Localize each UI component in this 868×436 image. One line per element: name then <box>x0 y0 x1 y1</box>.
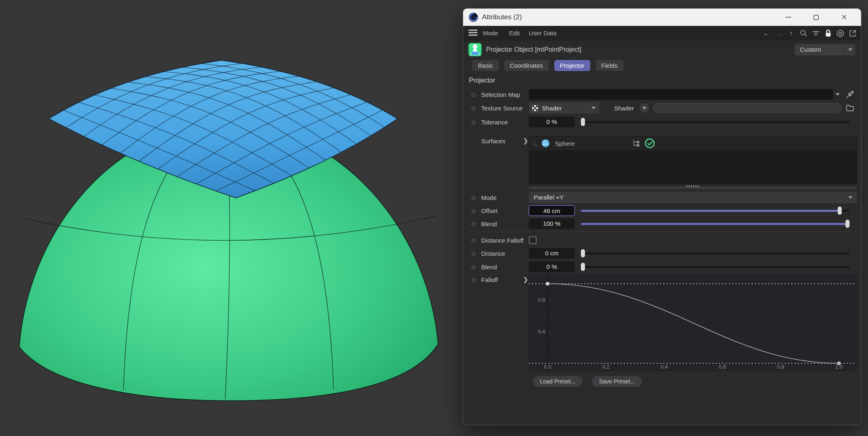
menu-edit[interactable]: Edit <box>509 26 520 41</box>
blend-label: Blend <box>481 220 497 227</box>
menubar: Mode Edit User Data ← → ↑ <box>463 26 861 41</box>
tree-branch-icon <box>534 141 538 146</box>
attributes-window: Attributes (2) ✕ Mode Edit User Data ← →… <box>463 8 861 425</box>
surface-item-name: Sphere <box>555 140 575 147</box>
mode-dropdown[interactable]: Parallel +Y <box>529 192 857 203</box>
object-header: Projector Object [mtPointProject] Custom <box>463 41 861 59</box>
param-diamond-icon[interactable]: ◇ <box>471 276 476 283</box>
titlebar[interactable]: Attributes (2) ✕ <box>463 9 861 26</box>
mode-dropdown-caret-icon <box>848 196 852 199</box>
forward-icon[interactable]: → <box>774 29 783 38</box>
close-button[interactable]: ✕ <box>838 11 850 23</box>
up-arrow-icon[interactable]: ↑ <box>787 29 795 38</box>
shader-dropdown-button[interactable] <box>640 103 649 113</box>
param-diamond-icon[interactable]: ◇ <box>471 207 476 214</box>
resize-dots: •••••• <box>686 184 699 188</box>
falloff-label: Falloff <box>481 276 498 283</box>
selection-map-caret-icon[interactable] <box>836 93 840 96</box>
slider-handle[interactable] <box>838 207 842 215</box>
sphere-icon <box>541 139 550 148</box>
slider-handle[interactable] <box>581 249 585 257</box>
offset-slider[interactable] <box>581 207 850 215</box>
tolerance-value-field[interactable]: 0 % <box>529 117 575 127</box>
list-resize-handle[interactable]: •••••• <box>529 187 857 189</box>
param-diamond-icon[interactable]: ◇ <box>471 105 476 111</box>
surfaces-expander-icon[interactable]: ❯ <box>523 137 528 145</box>
param-diamond-icon[interactable]: ◇ <box>471 250 476 257</box>
texture-type-dropdown[interactable]: Shader <box>529 102 599 114</box>
distance-falloff-label: Distance Falloff <box>481 237 523 244</box>
tolerance-label: Tolerance <box>481 119 508 126</box>
eyedropper-icon[interactable] <box>845 89 855 100</box>
save-preset-button[interactable]: Save Preset... <box>592 376 642 387</box>
offset-value-field[interactable]: 46 cm <box>529 205 575 216</box>
projector-object-icon <box>468 43 482 57</box>
shader-field[interactable] <box>653 103 842 113</box>
hierarchy-icon[interactable] <box>631 138 641 148</box>
search-icon[interactable] <box>799 29 808 38</box>
preset-buttons: Load Preset... Save Preset... <box>533 376 642 387</box>
menu-user-data[interactable]: User Data <box>529 26 557 41</box>
blend-2-label: Blend <box>481 264 497 271</box>
param-diamond-icon[interactable]: ◇ <box>471 91 476 98</box>
param-diamond-icon[interactable]: ◇ <box>471 119 476 125</box>
load-preset-button[interactable]: Load Preset... <box>533 376 582 387</box>
shader-checker-icon <box>532 105 539 112</box>
distance-slider[interactable] <box>581 249 850 257</box>
svg-text:0.6: 0.6 <box>719 364 726 370</box>
svg-text:0.0: 0.0 <box>544 364 551 370</box>
param-diamond-icon[interactable]: ◇ <box>471 237 476 243</box>
mode-label: Mode <box>481 194 497 201</box>
distance-falloff-checkbox[interactable] <box>529 236 537 244</box>
lock-icon[interactable] <box>824 29 832 38</box>
param-diamond-icon[interactable]: ◇ <box>471 264 476 270</box>
tolerance-slider[interactable] <box>581 118 850 126</box>
row-blend: ◇ Blend 100 % <box>463 217 861 231</box>
preset-dropdown[interactable]: Custom <box>795 44 856 55</box>
surfaces-list-item[interactable]: Sphere <box>529 136 857 150</box>
target-icon[interactable] <box>836 29 845 38</box>
row-mode: ◇ Mode Parallel +Y <box>463 190 861 204</box>
open-window-icon[interactable] <box>848 29 857 38</box>
blend-2-value-field[interactable]: 0 % <box>529 262 575 272</box>
svg-text:1.0: 1.0 <box>835 364 843 370</box>
texture-type-caret-icon <box>592 107 596 109</box>
mode-dropdown-value: Parallel +Y <box>534 194 564 201</box>
minimize-button[interactable] <box>782 11 795 23</box>
slider-handle[interactable] <box>581 263 585 271</box>
param-diamond-icon[interactable]: ◇ <box>471 194 476 201</box>
preset-dropdown-value[interactable]: Custom <box>795 44 845 55</box>
svg-text:0.4: 0.4 <box>538 328 545 335</box>
falloff-curve-editor[interactable]: 0.80.40.00.20.40.60.81.0 <box>529 275 857 372</box>
hamburger-menu-icon[interactable] <box>468 30 477 37</box>
texture-type-value: Shader <box>542 105 592 112</box>
blend-2-slider[interactable] <box>581 263 850 271</box>
window-title: Attributes (2) <box>482 9 522 26</box>
falloff-expander-icon[interactable]: ❯ <box>523 276 528 283</box>
tab-projector[interactable]: Projector <box>554 60 590 71</box>
param-diamond-icon[interactable]: ◇ <box>471 220 476 227</box>
svg-text:0.4: 0.4 <box>660 364 668 370</box>
slider-handle[interactable] <box>581 118 585 126</box>
surfaces-list[interactable]: Sphere <box>529 136 857 184</box>
maximize-button[interactable] <box>810 11 822 23</box>
enabled-check-icon[interactable] <box>644 138 655 149</box>
preset-dropdown-caret-icon[interactable] <box>845 44 855 55</box>
slider-handle[interactable] <box>845 220 850 228</box>
filter-icon[interactable] <box>811 29 820 38</box>
desktop: Attributes (2) ✕ Mode Edit User Data ← →… <box>0 0 868 436</box>
blend-slider[interactable] <box>581 220 850 228</box>
distance-value-field[interactable]: 0 cm <box>529 248 575 259</box>
tab-coordinates[interactable]: Coordinates <box>504 60 549 71</box>
row-offset: ◇ Offset 46 cm <box>463 204 861 218</box>
row-blend-2: ◇ Blend 0 % <box>463 260 861 274</box>
svg-text:0.8: 0.8 <box>538 297 545 303</box>
back-icon[interactable]: ← <box>762 29 771 38</box>
folder-icon[interactable] <box>845 103 855 113</box>
menu-mode[interactable]: Mode <box>483 26 498 41</box>
tab-basic[interactable]: Basic <box>472 60 499 71</box>
blend-value-field[interactable]: 100 % <box>529 218 575 229</box>
surfaces-label: Surfaces <box>481 138 505 145</box>
selection-map-field[interactable] <box>529 89 833 100</box>
tab-fields[interactable]: Fields <box>596 60 624 71</box>
